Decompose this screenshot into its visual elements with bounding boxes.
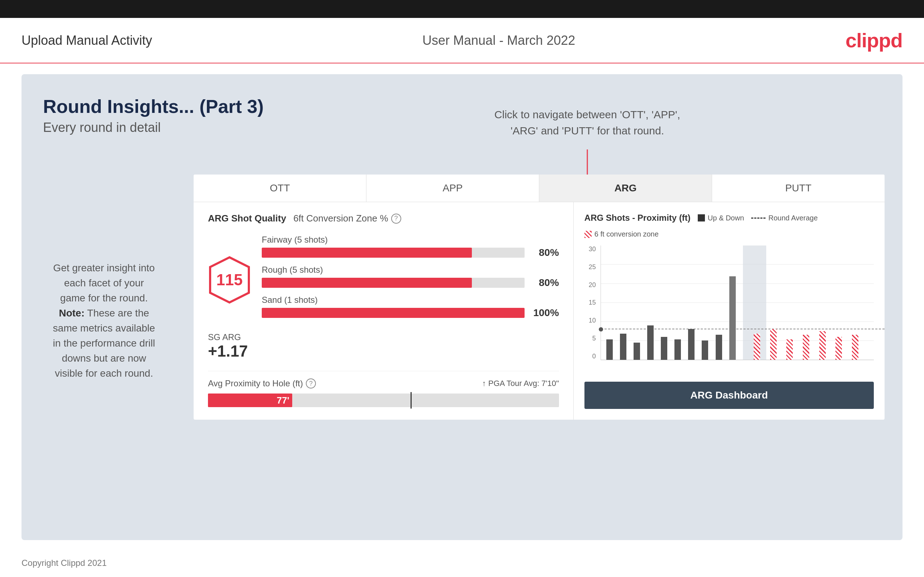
chart-bar-14 xyxy=(803,335,809,360)
bar-fill-fairway xyxy=(262,248,472,258)
bar-label-fairway: Fairway (5 shots) xyxy=(262,235,559,245)
chart-bar-5 xyxy=(661,337,667,360)
chart-bar-15 xyxy=(819,331,826,360)
chart-bar-4 xyxy=(647,326,654,360)
legend-hatched-icon xyxy=(585,231,591,238)
conversion-zone-title: 6ft Conversion Zone % ? xyxy=(293,213,401,224)
bar-row-sand: Sand (1 shots) 100% xyxy=(262,295,559,319)
clippd-logo: clippd xyxy=(845,29,903,52)
bar-percent-sand: 100% xyxy=(530,307,559,319)
chart-bar-16 xyxy=(835,337,842,360)
sg-section: SG ARG +1.17 xyxy=(208,332,559,360)
legend-round-avg-label: Round Average xyxy=(768,214,818,222)
grid-line-20 xyxy=(601,303,874,303)
footer: Copyright Clippd 2021 xyxy=(0,551,924,575)
grid-line-10 xyxy=(601,340,874,341)
chart-bar-1 xyxy=(606,339,613,360)
main-content: Round Insights... (Part 3) Every round i… xyxy=(21,74,903,540)
chart-title: ARG Shots - Proximity (ft) xyxy=(585,213,691,223)
legend-round-avg: Round Average xyxy=(751,214,818,222)
bar-percent-rough: 80% xyxy=(530,277,559,288)
tab-bar: OTT APP ARG PUTT xyxy=(194,174,885,202)
legend-updown-label: Up & Down xyxy=(708,214,744,222)
left-description: Get greater insight intoeach facet of yo… xyxy=(43,261,165,381)
proximity-bar-fill: 77' xyxy=(208,393,292,407)
tab-ott[interactable]: OTT xyxy=(194,174,367,202)
panel-left: ARG Shot Quality 6ft Conversion Zone % ?… xyxy=(194,202,574,420)
hexagon: 115 xyxy=(208,255,251,305)
chart-bar-6 xyxy=(674,339,681,360)
proximity-bar-track: 77' xyxy=(208,393,559,407)
main-panel: OTT APP ARG PUTT ARG Shot Quality 6ft Co… xyxy=(194,174,885,420)
tab-arg[interactable]: ARG xyxy=(539,174,712,202)
chart-area: 30 25 20 15 10 5 0 xyxy=(585,245,874,374)
dotted-avg-line: 8 xyxy=(601,329,885,329)
section-title: Round Insights... (Part 3) xyxy=(43,96,881,117)
grid-line-0 xyxy=(601,359,874,360)
panel-right: ARG Shots - Proximity (ft) Up & Down Rou… xyxy=(574,202,885,420)
shot-quality-header: ARG Shot Quality 6ft Conversion Zone % ? xyxy=(208,213,559,224)
panel-body: ARG Shot Quality 6ft Conversion Zone % ?… xyxy=(194,202,885,420)
bar-label-rough: Rough (5 shots) xyxy=(262,265,559,275)
grid-line-30 xyxy=(601,264,874,264)
chart-bar-13 xyxy=(786,339,793,360)
note-label: Note: xyxy=(59,308,85,319)
legend-updown: Up & Down xyxy=(698,214,744,222)
bar-label-sand: Sand (1 shots) xyxy=(262,295,559,305)
arg-dashboard-button[interactable]: ARG Dashboard xyxy=(585,382,874,409)
bar-row-rough: Rough (5 shots) 80% xyxy=(262,265,559,288)
shot-quality-title: ARG Shot Quality xyxy=(208,213,286,224)
left-desc-line1: Get greater insight intoeach facet of yo… xyxy=(53,262,155,303)
hexagon-container: 115 Fairway (5 shots) 80% xyxy=(208,235,559,325)
legend-conversion-label: 6 ft conversion zone xyxy=(594,230,659,239)
chart-plot: 8 xyxy=(601,245,874,360)
chart-y-axis: 30 25 20 15 10 5 0 xyxy=(585,245,599,360)
header: Upload Manual Activity User Manual - Mar… xyxy=(0,18,924,63)
chart-bar-3 xyxy=(633,343,640,360)
chart-bar-2 xyxy=(620,334,627,360)
bar-fill-rough xyxy=(262,278,472,288)
sg-label: SG ARG xyxy=(208,332,559,342)
pga-avg: ↑ PGA Tour Avg: 7'10" xyxy=(482,379,559,388)
copyright: Copyright Clippd 2021 xyxy=(21,558,107,568)
manual-date-label: User Manual - March 2022 xyxy=(422,33,575,48)
chart-bar-7 xyxy=(688,329,695,360)
top-bar xyxy=(0,0,924,18)
proximity-value: 77' xyxy=(277,395,289,406)
question-icon: ? xyxy=(391,214,401,224)
bar-row-fairway: Fairway (5 shots) 80% xyxy=(262,235,559,258)
dotted-line-dot xyxy=(599,327,603,332)
chart-bar-17 xyxy=(852,335,858,360)
proximity-question-icon: ? xyxy=(306,379,316,388)
nav-hint-line2: 'ARG' and 'PUTT' for that round. xyxy=(494,122,680,139)
bars-section: Fairway (5 shots) 80% Rough (5 shots) xyxy=(262,235,559,325)
hexagon-value: 115 xyxy=(216,271,242,289)
nav-hint-line1: Click to navigate between 'OTT', 'APP', xyxy=(494,106,680,122)
tab-putt[interactable]: PUTT xyxy=(712,174,885,202)
sg-value: +1.17 xyxy=(208,342,559,360)
chart-bar-8 xyxy=(702,340,708,360)
grid-line-25 xyxy=(601,284,874,284)
chart-bar-12 xyxy=(770,329,777,360)
proximity-section: Avg Proximity to Hole (ft) ? ↑ PGA Tour … xyxy=(208,371,559,407)
section-subtitle: Every round in detail xyxy=(43,120,881,135)
chart-bar-10 xyxy=(729,276,736,360)
chart-bar-11 xyxy=(754,334,760,360)
upload-manual-label: Upload Manual Activity xyxy=(21,33,152,48)
bar-fill-sand xyxy=(262,308,525,318)
legend-square-icon xyxy=(698,214,705,221)
chart-bar-9 xyxy=(716,335,722,360)
proximity-cursor xyxy=(410,392,412,409)
proximity-title: Avg Proximity to Hole (ft) ? xyxy=(208,379,316,388)
tab-app[interactable]: APP xyxy=(367,174,539,202)
bar-percent-fairway: 80% xyxy=(530,247,559,258)
grid-line-15 xyxy=(601,321,874,322)
chart-header: ARG Shots - Proximity (ft) Up & Down Rou… xyxy=(585,213,874,239)
legend-dashed-icon xyxy=(751,218,766,219)
legend-conversion: 6 ft conversion zone xyxy=(585,230,659,239)
